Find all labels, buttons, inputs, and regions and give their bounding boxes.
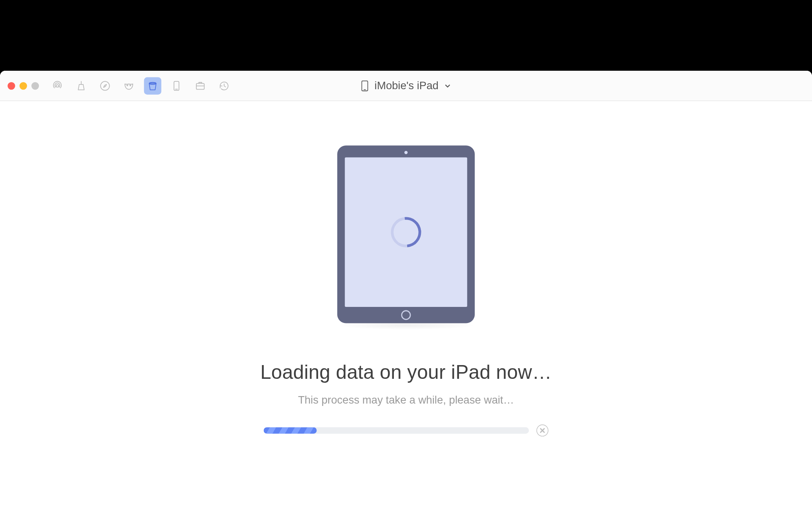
- zoom-window-button[interactable]: [31, 82, 39, 89]
- loading-headline: Loading data on your iPad now…: [260, 361, 552, 384]
- titlebar: iMobie's iPad: [0, 71, 812, 101]
- svg-point-2: [127, 84, 128, 86]
- main-content: Loading data on your iPad now… This proc…: [0, 101, 812, 514]
- mask-icon[interactable]: [120, 77, 137, 94]
- chevron-down-icon: [444, 82, 452, 89]
- svg-point-3: [130, 84, 131, 86]
- loading-subline: This process may take a while, please wa…: [298, 394, 514, 406]
- toolbar: [49, 77, 233, 94]
- app-window: iMobie's iPad Loading data on your iPad …: [0, 71, 812, 514]
- svg-rect-7: [196, 83, 204, 89]
- device-name-label: iMobie's iPad: [375, 79, 439, 92]
- spinner-icon: [385, 211, 428, 253]
- svg-point-1: [101, 81, 110, 90]
- history-icon[interactable]: [216, 77, 233, 94]
- phone-icon[interactable]: [168, 77, 185, 94]
- progress-fill: [263, 427, 316, 434]
- airdrop-icon[interactable]: [49, 77, 66, 94]
- bucket-icon[interactable]: [144, 77, 161, 94]
- scale-frame: iMobie's iPad Loading data on your iPad …: [0, 71, 812, 514]
- svg-point-0: [56, 84, 59, 87]
- ipad-illustration: [337, 145, 475, 323]
- archive-icon[interactable]: [192, 77, 209, 94]
- clean-icon[interactable]: [73, 77, 90, 94]
- progress-bar: [263, 427, 529, 434]
- minimize-window-button[interactable]: [20, 82, 27, 89]
- cancel-button[interactable]: [536, 424, 548, 436]
- close-icon: [540, 428, 545, 433]
- device-selector[interactable]: iMobie's iPad: [360, 79, 452, 92]
- close-window-button[interactable]: [7, 82, 15, 89]
- progress-row: [263, 424, 548, 436]
- safari-icon[interactable]: [96, 77, 113, 94]
- window-controls: [7, 82, 39, 89]
- device-icon: [360, 80, 369, 92]
